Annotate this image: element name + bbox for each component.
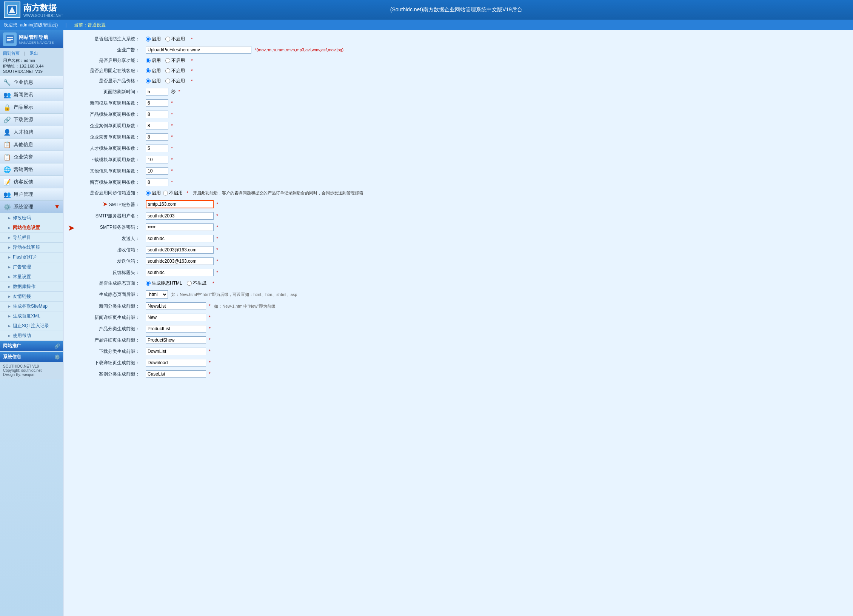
label-other-count: 其他信息单页调用条数： bbox=[67, 165, 143, 177]
sub-item-constants[interactable]: ► 常量设置 bbox=[0, 272, 63, 282]
input-feedback-header[interactable] bbox=[146, 269, 214, 276]
sidebar-sub-menu: ► 修改密码 ► 网站信息设置 ➤ ► 导航栏目 ► 浮动在线客服 bbox=[0, 213, 63, 341]
input-news-detail-prefix[interactable] bbox=[146, 314, 206, 321]
input-smtp-pass[interactable] bbox=[146, 223, 214, 231]
label-news-detail-prefix: 新闻详细页生成前缀： bbox=[67, 312, 143, 323]
sysinfo-label: 系统信息 bbox=[3, 354, 21, 360]
input-inbox[interactable] bbox=[146, 246, 214, 254]
sub-item-sql[interactable]: ► 阻止SQL注入记录 bbox=[0, 321, 63, 331]
back-home-link[interactable]: 回到首页 bbox=[3, 51, 20, 56]
label-price: 是否显示产品价格： bbox=[67, 76, 143, 86]
label-static: 是否生成静态页面： bbox=[67, 278, 143, 288]
row-honor-count: 企业荣誉单页调用条数： * bbox=[67, 131, 849, 143]
radio-email-disable[interactable]: 不启用 bbox=[163, 190, 183, 196]
label-service: 是否启用固定在线客服： bbox=[67, 66, 143, 76]
promotion-icon: 🔗 bbox=[54, 343, 60, 349]
radio-static-none[interactable]: 不生成 bbox=[187, 280, 206, 286]
menu-label-marketing: 营销网络 bbox=[14, 166, 33, 173]
radio-service-disable[interactable]: 不启用 bbox=[165, 68, 185, 74]
input-honor-count[interactable] bbox=[146, 133, 168, 141]
row-case-count: 企业案例单页调用条数： * bbox=[67, 120, 849, 131]
sub-item-ad[interactable]: ► 广告管理 bbox=[0, 262, 63, 272]
radio-service-enable[interactable]: 启用 bbox=[146, 68, 161, 74]
input-smtp[interactable] bbox=[146, 200, 214, 208]
input-download-detail-prefix[interactable] bbox=[146, 359, 206, 367]
sidebar-item-hr[interactable]: 👤人才招聘 bbox=[0, 126, 63, 139]
input-download-prefix[interactable] bbox=[146, 348, 206, 355]
hr-icon: 👤 bbox=[3, 128, 11, 136]
sidebar-item-marketing[interactable]: 🌐营销网络 bbox=[0, 163, 63, 176]
row-inbox: 接收信箱： * bbox=[67, 244, 849, 256]
sub-label-constants: 常量设置 bbox=[13, 274, 31, 280]
sidebar-item-users[interactable]: 👥用户管理 bbox=[0, 188, 63, 201]
sidebar-item-system[interactable]: ⚙️系统管理 ▼ bbox=[0, 201, 63, 213]
input-news-prefix[interactable] bbox=[146, 302, 206, 310]
downloads-icon: 🔗 bbox=[3, 116, 11, 124]
radio-share-disable[interactable]: 不启用 bbox=[165, 57, 185, 64]
top-bar: 南方数据 WWW.SOUTHIDC.NET (Southidc.net)南方数据… bbox=[0, 0, 853, 20]
sidebar-user-links: 回到首页 ｜ 退出 bbox=[3, 51, 60, 56]
input-other-count[interactable] bbox=[146, 167, 168, 175]
sidebar-item-company[interactable]: 🔧企业信息 bbox=[0, 76, 63, 89]
users-icon: 👥 bbox=[3, 190, 11, 199]
sub-item-help[interactable]: ► 使用帮助 bbox=[0, 331, 63, 341]
sub-label-float: 浮动在线客服 bbox=[13, 244, 40, 251]
label-email-sync: 是否启用同步信箱通知： bbox=[67, 188, 143, 198]
radio-static-gen[interactable]: 生成静态HTML bbox=[146, 280, 182, 286]
sub-item-db[interactable]: ► 数据库操作 bbox=[0, 282, 63, 292]
sub-item-password[interactable]: ► 修改密码 bbox=[0, 213, 63, 223]
sidebar-header-title: 网站管理导航 bbox=[19, 34, 54, 41]
logout-link[interactable]: 退出 bbox=[30, 51, 38, 56]
sidebar-header-sub: MANAGER NAVIGATE bbox=[19, 41, 54, 45]
sub-item-baidu-xml[interactable]: ► 生成百度XML bbox=[0, 311, 63, 321]
input-product-detail-prefix[interactable] bbox=[146, 336, 206, 344]
sub-item-flash[interactable]: ► Flash幻灯片 bbox=[0, 253, 63, 262]
ip-info: IP地址：192.168.3.44 bbox=[3, 63, 60, 69]
row-news-prefix: 新闻分类生成前缀： * 如：New-1.html中"New"即为前缀 bbox=[67, 300, 849, 312]
menu-label-downloads: 下载资源 bbox=[14, 116, 33, 123]
input-sender[interactable] bbox=[146, 235, 214, 242]
input-case-prefix[interactable] bbox=[146, 370, 206, 378]
sidebar-item-honor[interactable]: 📋企业荣誉 bbox=[0, 151, 63, 163]
sub-item-sitemap[interactable]: ► 生成谷歌SiteMap bbox=[0, 302, 63, 311]
sidebar-item-downloads[interactable]: 🔗下载资源 bbox=[0, 114, 63, 126]
radio-injection-disable[interactable]: 不启用 bbox=[165, 36, 185, 42]
sidebar-header-texts: 网站管理导航 MANAGER NAVIGATE bbox=[19, 34, 54, 45]
sub-label-baidu-xml: 生成百度XML bbox=[13, 313, 40, 319]
input-download-count[interactable] bbox=[146, 156, 168, 163]
radio-share-enable[interactable]: 启用 bbox=[146, 57, 161, 64]
input-outbox[interactable] bbox=[146, 257, 214, 265]
input-msg-count[interactable] bbox=[146, 179, 168, 186]
sub-item-links[interactable]: ► 友情链接 bbox=[0, 292, 63, 302]
input-smtp-user[interactable] bbox=[146, 212, 214, 220]
row-sender: 发送人： * bbox=[67, 233, 849, 244]
sub-item-nav[interactable]: ► 导航栏目 bbox=[0, 233, 63, 243]
input-hr-count[interactable] bbox=[146, 145, 168, 152]
input-product-prefix[interactable] bbox=[146, 325, 206, 333]
row-injection: 是否启用防注入系统： 启用 不启用 * bbox=[67, 34, 849, 44]
row-smtp-user: SMTP服务器用户名： * bbox=[67, 210, 849, 222]
row-hr-count: 人才模块单页调用条数： * bbox=[67, 143, 849, 154]
hint-suffix: 如：New.html中"html"即为后缀，可设置如：html、htm、shtm… bbox=[171, 292, 297, 297]
radio-email-enable[interactable]: 启用 bbox=[146, 190, 161, 196]
radio-injection-enable[interactable]: 启用 bbox=[146, 36, 161, 42]
input-news-count[interactable] bbox=[146, 99, 168, 107]
input-ad[interactable] bbox=[146, 46, 251, 54]
sub-item-float[interactable]: ► 浮动在线客服 bbox=[0, 243, 63, 253]
svg-rect-4 bbox=[7, 39, 13, 40]
input-product-count[interactable] bbox=[146, 111, 168, 118]
radio-price-disable[interactable]: 不启用 bbox=[165, 78, 185, 84]
input-case-count[interactable] bbox=[146, 122, 168, 129]
sub-item-site-settings[interactable]: ► 网站信息设置 ➤ bbox=[0, 223, 63, 233]
sidebar-item-other[interactable]: 📋其他信息 bbox=[0, 139, 63, 151]
row-product-count: 产品模块单页调用条数： * bbox=[67, 109, 849, 120]
sidebar-item-news[interactable]: 👥新闻资讯 bbox=[0, 89, 63, 101]
hint-email-sync: 开启此功能后，客户的咨询问题和提交的产品订单记录到后台的同时，会同步发送到管理邮… bbox=[193, 190, 363, 196]
sidebar-item-feedback[interactable]: 📝访客反馈 bbox=[0, 176, 63, 188]
radio-price-enable[interactable]: 启用 bbox=[146, 78, 161, 84]
sub-label-nav: 导航栏目 bbox=[13, 234, 31, 241]
nav-current: 当前：普通设置 bbox=[74, 22, 106, 28]
input-refresh[interactable] bbox=[146, 88, 168, 95]
sidebar-item-products[interactable]: 🔒产品展示 bbox=[0, 101, 63, 114]
select-suffix[interactable]: html htm shtml asp bbox=[146, 290, 168, 299]
